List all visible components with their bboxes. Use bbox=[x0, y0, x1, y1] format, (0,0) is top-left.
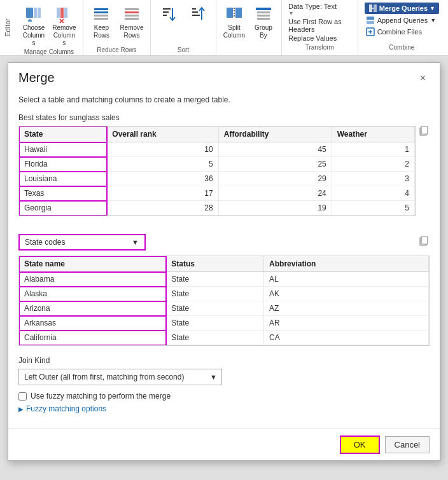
table2-col-abbr[interactable]: Abbreviation bbox=[264, 256, 429, 272]
group-by-button[interactable]: Group By bbox=[249, 3, 277, 41]
table1: State Overall rank Affordability Weather… bbox=[19, 127, 415, 216]
table-row[interactable]: Texas 17 24 4 bbox=[19, 186, 415, 201]
table1-name: Best states for sunglass sales bbox=[18, 113, 430, 122]
svg-rect-36 bbox=[367, 17, 374, 20]
modal-close-button[interactable]: × bbox=[416, 71, 430, 85]
table-row[interactable]: Alaska State AK bbox=[19, 287, 429, 301]
svg-rect-34 bbox=[374, 4, 377, 12]
fuzzy-checkbox[interactable] bbox=[18, 392, 27, 401]
split-column-label: Split Column bbox=[223, 24, 246, 39]
table-row[interactable]: Florida 5 25 2 bbox=[19, 157, 415, 172]
table1-col-rank[interactable]: Overall rank bbox=[107, 127, 218, 142]
merge-queries-button[interactable]: Merge Queries ▼ bbox=[365, 3, 439, 14]
remove-columns-button[interactable]: Remove Columns bbox=[50, 3, 79, 48]
modal-body: Select a table and matching columns to c… bbox=[8, 90, 440, 429]
modal-title: Merge bbox=[18, 71, 55, 85]
table-row[interactable]: Alabama State AL bbox=[19, 272, 429, 287]
table-row[interactable]: Arizona State AZ bbox=[19, 301, 429, 316]
table1-col-state[interactable]: State bbox=[19, 127, 107, 142]
editor-label: Editor bbox=[3, 16, 13, 39]
svg-rect-10 bbox=[94, 8, 108, 10]
group-by-label: Group By bbox=[252, 24, 275, 39]
svg-rect-37 bbox=[367, 21, 374, 24]
cell-afford: 45 bbox=[218, 142, 332, 157]
modal-description: Select a table and matching columns to c… bbox=[18, 95, 430, 104]
manage-columns-group: Choose Columns Remove Columns Manage Col… bbox=[15, 0, 83, 55]
table1-col-weather[interactable]: Weather bbox=[332, 127, 414, 142]
table2: State name Status Abbreviation Alabama S… bbox=[19, 256, 429, 345]
cell-rank: 5 bbox=[107, 157, 218, 172]
remove-rows-icon bbox=[122, 4, 142, 24]
svg-rect-6 bbox=[60, 8, 64, 18]
table-row[interactable]: California State CA bbox=[19, 331, 429, 345]
cell-state: Georgia bbox=[19, 201, 107, 216]
combine-files-label: Combine Files bbox=[377, 28, 422, 36]
cell-state: Louisiana bbox=[19, 172, 107, 186]
data-type-button[interactable]: Data Type: Text ▼ bbox=[288, 3, 337, 17]
cell-abbr: AK bbox=[264, 287, 429, 301]
table-row[interactable]: Louisiana 36 29 3 bbox=[19, 172, 415, 186]
sort-group-label: Sort bbox=[178, 46, 189, 55]
cell-name: Alabama bbox=[19, 272, 166, 287]
remove-columns-icon bbox=[54, 4, 74, 24]
fuzzy-toggle-arrow: ▶ bbox=[18, 406, 24, 413]
svg-rect-16 bbox=[125, 15, 139, 17]
svg-rect-13 bbox=[94, 18, 108, 20]
table2-copy-icon[interactable] bbox=[418, 236, 430, 249]
svg-rect-11 bbox=[94, 11, 108, 13]
cell-weather: 3 bbox=[332, 172, 414, 186]
table2-wrapper: State name Status Abbreviation Alabama S… bbox=[18, 256, 430, 346]
transform-section: Data Type: Text ▼ Use First Row as Heade… bbox=[282, 0, 358, 55]
table2-select[interactable]: State codes bbox=[18, 234, 146, 250]
svg-rect-2 bbox=[38, 8, 41, 18]
svg-rect-12 bbox=[94, 15, 108, 17]
svg-rect-5 bbox=[57, 8, 60, 18]
svg-rect-28 bbox=[235, 8, 242, 18]
table1-copy-icon[interactable] bbox=[418, 126, 430, 139]
svg-rect-29 bbox=[256, 8, 271, 10]
cell-name: Alaska bbox=[19, 287, 166, 301]
choose-columns-button[interactable]: Choose Columns bbox=[19, 3, 48, 48]
remove-rows-button[interactable]: Remove Rows bbox=[117, 3, 146, 41]
cell-status: State bbox=[166, 287, 264, 301]
cell-rank: 17 bbox=[107, 186, 218, 201]
sort-asc-button[interactable] bbox=[155, 3, 183, 25]
svg-rect-44 bbox=[421, 237, 428, 244]
table-row[interactable]: Hawaii 10 45 1 bbox=[19, 142, 415, 157]
merge-queries-label: Merge Queries bbox=[379, 4, 428, 12]
svg-rect-42 bbox=[421, 127, 428, 134]
table2-col-status[interactable]: Status bbox=[166, 256, 264, 272]
cell-name: Arizona bbox=[19, 301, 166, 316]
first-row-button[interactable]: Use First Row as Headers bbox=[288, 18, 351, 33]
combine-files-button[interactable]: Combine Files bbox=[365, 27, 439, 37]
table1-col-afford[interactable]: Affordability bbox=[218, 127, 332, 142]
cell-weather: 4 bbox=[332, 186, 414, 201]
choose-columns-icon bbox=[24, 4, 44, 24]
modal-footer: OK Cancel bbox=[8, 429, 440, 460]
append-queries-button[interactable]: Append Queries ▼ bbox=[365, 15, 439, 25]
cell-name: California bbox=[19, 331, 166, 345]
replace-values-button[interactable]: Replace Values bbox=[288, 34, 351, 42]
sort-group: Sort bbox=[151, 0, 216, 55]
fuzzy-toggle[interactable]: ▶ Fuzzy matching options bbox=[18, 404, 430, 413]
cell-abbr: AR bbox=[264, 316, 429, 331]
join-kind-select[interactable]: Left Outer (all from first, matching fro… bbox=[18, 369, 222, 385]
cancel-button[interactable]: Cancel bbox=[385, 436, 430, 453]
table-row[interactable]: Georgia 28 19 5 bbox=[19, 201, 415, 216]
svg-rect-26 bbox=[227, 8, 233, 18]
fuzzy-checkbox-label[interactable]: Use fuzzy matching to perform the merge bbox=[31, 392, 171, 401]
cell-status: State bbox=[166, 301, 264, 316]
sort-desc-button[interactable] bbox=[184, 3, 212, 25]
cell-weather: 5 bbox=[332, 201, 414, 216]
cell-rank: 10 bbox=[107, 142, 218, 157]
keep-rows-button[interactable]: Keep Rows bbox=[87, 3, 116, 41]
svg-rect-0 bbox=[26, 8, 33, 18]
ribbon: Editor Choose Columns bbox=[0, 0, 448, 56]
merge-modal: Merge × Select a table and matching colu… bbox=[8, 62, 440, 461]
ok-button[interactable]: OK bbox=[340, 435, 380, 454]
split-column-button[interactable]: Split Column bbox=[220, 3, 248, 41]
table-row[interactable]: Arkansas State AR bbox=[19, 316, 429, 331]
keep-rows-label: Keep Rows bbox=[90, 24, 113, 39]
svg-rect-30 bbox=[257, 11, 270, 13]
table2-col-name[interactable]: State name bbox=[19, 256, 166, 272]
